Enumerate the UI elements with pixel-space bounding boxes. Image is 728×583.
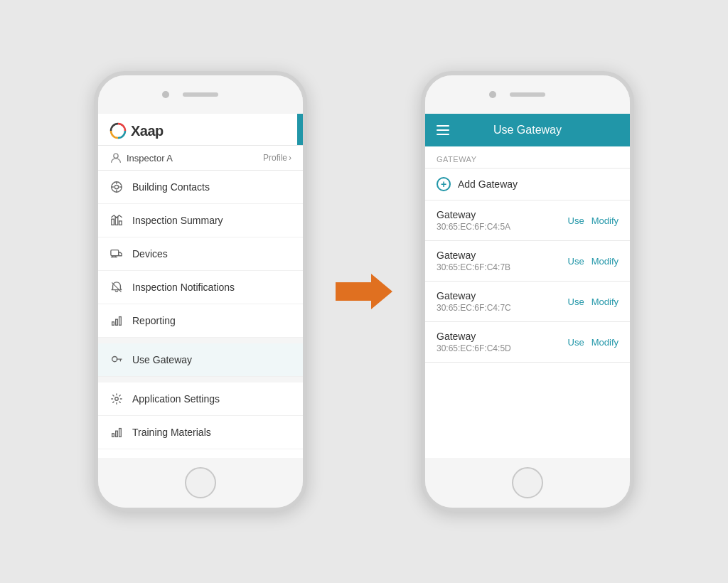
bar-chart-icon: [109, 213, 124, 228]
svg-rect-8: [112, 322, 114, 326]
menu-item-help-feedback[interactable]: Help and Feedback: [98, 449, 303, 458]
add-gateway-label: Add Gateway: [458, 178, 518, 190]
key-icon: [109, 353, 124, 367]
gateway-item-info: Gateway 30:65:EC:6F:C4:5A: [437, 209, 568, 232]
gear-icon: [109, 392, 124, 406]
gateway-screen-title: Use Gateway: [458, 124, 597, 137]
menu-item-label: Training Materials: [132, 427, 211, 438]
phone-menu: Xaap Inspector A Profile ›: [94, 71, 307, 512]
user-info: Inspector A: [109, 151, 173, 164]
svg-point-12: [115, 397, 119, 401]
use-button-3[interactable]: Use: [568, 337, 584, 348]
modify-button-1[interactable]: Modify: [592, 256, 619, 267]
use-button-0[interactable]: Use: [568, 215, 584, 226]
menu-item-label: Inspection Notifications: [132, 282, 235, 293]
menu-divider: [98, 377, 303, 383]
arrow-container: [336, 274, 392, 309]
building-icon: [109, 180, 124, 194]
phone-bottom-2: [425, 458, 630, 508]
gateway-name: Gateway: [437, 290, 568, 301]
gateway-item-info: Gateway 30:65:EC:6F:C4:5D: [437, 331, 568, 353]
home-button[interactable]: [185, 467, 216, 498]
gateway-actions: Use Modify: [568, 337, 619, 348]
hamburger-menu-button[interactable]: [437, 125, 449, 135]
modify-button-2[interactable]: Modify: [592, 296, 619, 307]
bell-icon: [109, 280, 124, 294]
menu-item-use-gateway[interactable]: Use Gateway: [98, 343, 303, 377]
svg-rect-6: [119, 221, 122, 225]
hamburger-line: [437, 134, 449, 135]
menu-header: Xaap: [98, 114, 303, 146]
svg-marker-20: [336, 274, 392, 309]
gateway-header: Use Gateway: [425, 114, 630, 146]
gateway-mac: 30:65:EC:6F:C4:5D: [437, 343, 568, 353]
phone-top-bar-2: [425, 75, 630, 114]
svg-rect-9: [116, 319, 118, 325]
use-button-1[interactable]: Use: [568, 256, 584, 267]
phone-bottom: [98, 458, 303, 508]
menu-item-inspection-summary[interactable]: Inspection Summary: [98, 204, 303, 237]
logo-text: Xaap: [131, 123, 164, 139]
gateway-item-3: Gateway 30:65:EC:6F:C4:5D Use Modify: [425, 322, 630, 363]
gateway-actions: Use Modify: [568, 256, 619, 267]
menu-item-reporting[interactable]: Reporting: [98, 304, 303, 338]
devices-icon: [109, 247, 124, 261]
gateway-item-1: Gateway 30:65:EC:6F:C4:7B Use Modify: [425, 241, 630, 282]
menu-item-devices[interactable]: Devices: [98, 237, 303, 271]
menu-item-label: Building Contacts: [132, 181, 210, 193]
logo-icon: [109, 122, 127, 139]
menu-item-building-contacts[interactable]: Building Contacts: [98, 171, 303, 204]
add-gateway-button[interactable]: + Add Gateway: [425, 168, 630, 200]
home-button-2[interactable]: [512, 467, 543, 498]
modify-button-0[interactable]: Modify: [592, 215, 619, 226]
scene: Xaap Inspector A Profile ›: [94, 71, 634, 512]
menu-item-application-settings[interactable]: Application Settings: [98, 383, 303, 416]
menu-divider: [98, 338, 303, 343]
gateway-mac: 30:65:EC:6F:C4:5A: [437, 222, 568, 232]
svg-rect-4: [112, 219, 114, 225]
gateway-actions: Use Modify: [568, 215, 619, 226]
gateway-name: Gateway: [437, 209, 568, 220]
svg-point-3: [114, 185, 118, 188]
gateway-name: Gateway: [437, 331, 568, 342]
gateway-mac: 30:65:EC:6F:C4:7B: [437, 262, 568, 272]
training-icon: [109, 425, 124, 439]
user-icon: [109, 151, 122, 164]
menu-item-label: Devices: [132, 248, 168, 260]
svg-rect-7: [111, 250, 119, 256]
phone-speaker-2: [510, 92, 545, 97]
menu-item-training-materials[interactable]: Training Materials: [98, 416, 303, 449]
blue-sidebar-accent: [297, 114, 303, 145]
svg-point-1: [114, 154, 118, 158]
gateway-list: Gateway 30:65:EC:6F:C4:5A Use Modify Gat…: [425, 200, 630, 363]
gateway-item-info: Gateway 30:65:EC:6F:C4:7B: [437, 250, 568, 272]
svg-rect-14: [116, 431, 118, 437]
gateway-section-label: GATEWAY: [425, 146, 630, 168]
phone-camera: [162, 91, 169, 98]
phone-top-bar: [98, 75, 303, 114]
svg-rect-15: [119, 429, 122, 437]
logo: Xaap: [109, 122, 164, 139]
gateway-item-2: Gateway 30:65:EC:6F:C4:7C Use Modify: [425, 282, 630, 322]
menu-list: Building Contacts Inspection Summary: [98, 171, 303, 458]
menu-item-inspection-notifications[interactable]: Inspection Notifications: [98, 271, 303, 304]
add-icon: +: [437, 177, 451, 191]
hamburger-line: [437, 125, 449, 127]
profile-link[interactable]: Profile ›: [263, 153, 291, 163]
menu-item-label: Application Settings: [132, 393, 220, 405]
phone-screen-gateway: Use Gateway GATEWAY + Add Gateway Gatewa…: [425, 114, 630, 458]
use-button-2[interactable]: Use: [568, 296, 584, 307]
arrow-icon: [336, 274, 392, 309]
gateway-item-0: Gateway 30:65:EC:6F:C4:5A Use Modify: [425, 200, 630, 241]
menu-item-label: Inspection Summary: [132, 215, 223, 226]
phone-gateway: Use Gateway GATEWAY + Add Gateway Gatewa…: [421, 71, 634, 512]
hamburger-line: [437, 129, 449, 131]
menu-item-label: Use Gateway: [132, 354, 192, 365]
reporting-icon: [109, 314, 124, 328]
svg-rect-10: [119, 317, 122, 326]
modify-button-3[interactable]: Modify: [592, 337, 619, 348]
phone-screen-menu: Xaap Inspector A Profile ›: [98, 114, 303, 458]
gateway-mac: 30:65:EC:6F:C4:7C: [437, 303, 568, 313]
menu-item-label: Reporting: [132, 315, 176, 326]
gateway-item-info: Gateway 30:65:EC:6F:C4:7C: [437, 290, 568, 313]
